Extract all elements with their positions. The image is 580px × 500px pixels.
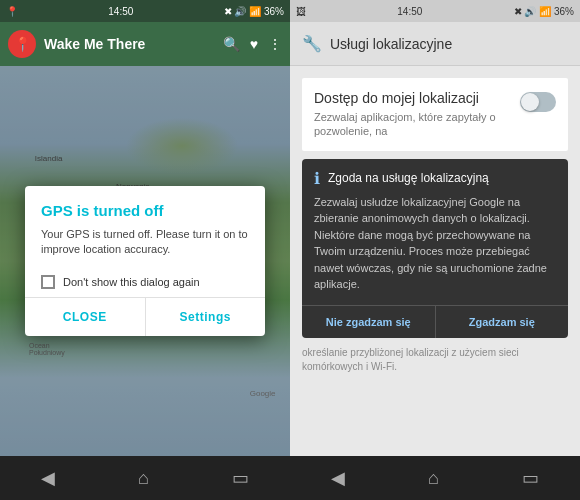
right-bottom-nav: ◀ ⌂ ▭ <box>290 456 580 500</box>
right-back-button[interactable]: ◀ <box>331 467 345 489</box>
left-status-time: 14:50 <box>108 6 133 17</box>
heart-icon[interactable]: ♥ <box>250 36 258 52</box>
right-status-img-icon: 🖼 <box>296 6 306 17</box>
consent-body: Zezwalaj usłudze lokalizacyjnej Google n… <box>302 194 568 305</box>
more-icon[interactable]: ⋮ <box>268 36 282 52</box>
right-app-bar: 🔧 Usługi lokalizacyjne <box>290 22 580 66</box>
disagree-button[interactable]: Nie zgadzam się <box>302 306 435 338</box>
settings-wrench-icon: 🔧 <box>302 34 322 53</box>
consent-header: ℹ Zgoda na usługę lokalizacyjną <box>302 159 568 194</box>
toggle-knob <box>521 93 539 111</box>
dialog-overlay: GPS is turned off Your GPS is turned off… <box>0 66 290 456</box>
consent-dialog: ℹ Zgoda na usługę lokalizacyjną Zezwalaj… <box>302 159 568 338</box>
settings-button[interactable]: Settings <box>145 298 266 336</box>
right-home-button[interactable]: ⌂ <box>428 468 439 489</box>
dialog-actions: CLOSE Settings <box>25 297 265 336</box>
right-app-title: Usługi lokalizacyjne <box>330 36 452 52</box>
agree-button[interactable]: Zgadzam się <box>435 306 569 338</box>
right-recent-button[interactable]: ▭ <box>522 467 539 489</box>
left-status-location-icon: 📍 <box>6 6 18 17</box>
left-bottom-nav: ◀ ⌂ ▭ <box>0 456 290 500</box>
dialog-title: GPS is turned off <box>25 186 265 227</box>
app-logo: 📍 <box>8 30 36 58</box>
toggle-row: Dostęp do mojej lokalizacji Zezwalaj apl… <box>314 90 556 139</box>
app-bar-icons: 🔍 ♥ ⋮ <box>223 36 282 52</box>
checkbox-label: Don't show this dialog again <box>63 276 200 288</box>
right-content: Dostęp do mojej lokalizacji Zezwalaj apl… <box>290 66 580 456</box>
right-status-bar: 🖼 14:50 ✖ 🔊 📶 36% <box>290 0 580 22</box>
right-status-icons: ✖ 🔊 📶 36% <box>514 6 574 17</box>
location-toggle[interactable] <box>520 92 556 112</box>
close-button[interactable]: CLOSE <box>25 298 145 336</box>
location-text: Dostęp do mojej lokalizacji Zezwalaj apl… <box>314 90 520 139</box>
dont-show-checkbox[interactable] <box>41 275 55 289</box>
consent-actions: Nie zgadzam się Zgadzam się <box>302 305 568 338</box>
left-status-bar: 📍 14:50 ✖ 🔊 📶 36% <box>0 0 290 22</box>
location-title: Dostęp do mojej lokalizacji <box>314 90 520 106</box>
recent-button[interactable]: ▭ <box>232 467 249 489</box>
consent-title: Zgoda na usługę lokalizacyjną <box>328 171 489 185</box>
left-status-icons: ✖ 🔊 📶 36% <box>224 6 284 17</box>
search-icon[interactable]: 🔍 <box>223 36 240 52</box>
app-title: Wake Me There <box>44 36 223 52</box>
dialog-checkbox-row: Don't show this dialog again <box>25 267 265 297</box>
left-app-bar: 📍 Wake Me There 🔍 ♥ ⋮ <box>0 22 290 66</box>
bottom-description: określanie przybliżonej lokalizacji z uż… <box>302 346 568 374</box>
right-status-time: 14:50 <box>397 6 422 17</box>
location-access-section: Dostęp do mojej lokalizacji Zezwalaj apl… <box>302 78 568 151</box>
info-icon: ℹ <box>314 169 320 188</box>
gps-dialog: GPS is turned off Your GPS is turned off… <box>25 186 265 337</box>
home-button[interactable]: ⌂ <box>138 468 149 489</box>
back-button[interactable]: ◀ <box>41 467 55 489</box>
location-subtitle: Zezwalaj aplikacjom, które zapytały o po… <box>314 110 520 139</box>
dialog-body: Your GPS is turned off. Please turn it o… <box>25 227 265 268</box>
right-panel: 🖼 14:50 ✖ 🔊 📶 36% 🔧 Usługi lokalizacyjne… <box>290 0 580 500</box>
left-panel: 📍 14:50 ✖ 🔊 📶 36% 📍 Wake Me There 🔍 ♥ ⋮ … <box>0 0 290 500</box>
